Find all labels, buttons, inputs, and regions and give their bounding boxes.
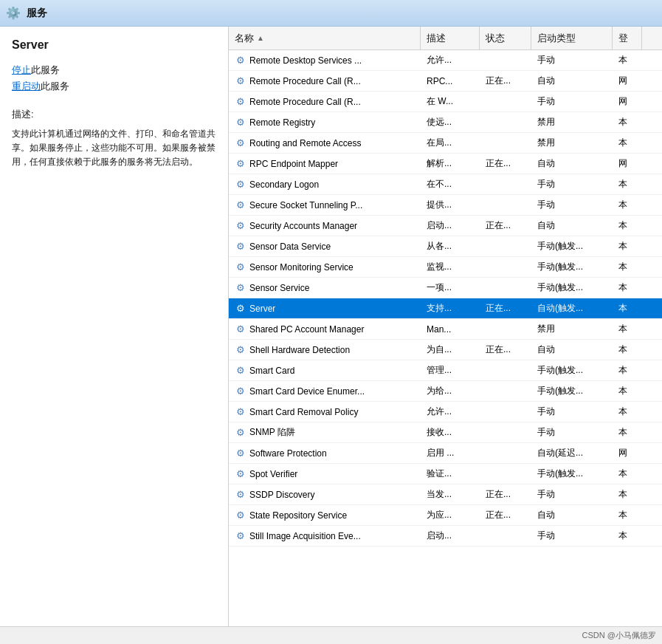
service-name-text: Remote Procedure Call (R... xyxy=(249,97,361,107)
gear-icon: ⚙ xyxy=(235,179,246,191)
service-status-cell: 正在... xyxy=(480,484,531,504)
stop-action-line: 停止此服务 xyxy=(12,64,216,77)
service-name-text: Sensor Service xyxy=(249,283,309,293)
service-login-cell: 本 xyxy=(613,526,642,546)
table-row[interactable]: ⚙Secondary Logon在不...手动本 xyxy=(229,174,662,195)
restart-service-link[interactable]: 重启动 xyxy=(12,80,41,92)
table-row[interactable]: ⚙Remote Desktop Services ...允许...手动本 xyxy=(229,50,662,71)
service-startup-cell: 手动(触发... xyxy=(531,278,613,298)
service-startup-cell: 手动 xyxy=(531,92,613,112)
service-name-cell: ⚙Sensor Monitoring Service xyxy=(229,257,421,277)
gear-icon: ⚙ xyxy=(235,137,246,149)
gear-icon: ⚙ xyxy=(235,427,246,439)
table-row[interactable]: ⚙State Repository Service为应...正在...自动本 xyxy=(229,505,662,526)
service-desc-cell: 使远... xyxy=(421,112,480,132)
stop-suffix: 此服务 xyxy=(31,64,60,75)
service-login-cell: 本 xyxy=(613,422,642,442)
service-name-text: Smart Card xyxy=(249,366,294,376)
service-name-cell: ⚙Secure Socket Tunneling P... xyxy=(229,195,421,215)
table-row[interactable]: ⚙Smart Card Device Enumer...为给...手动(触发..… xyxy=(229,381,662,402)
service-name-text: Server xyxy=(249,304,275,314)
table-row[interactable]: ⚙SNMP 陷阱接收...手动本 xyxy=(229,422,662,443)
service-name-cell: ⚙SNMP 陷阱 xyxy=(229,422,421,442)
title-bar: ⚙️ 服务 xyxy=(0,0,662,27)
table-row[interactable]: ⚙Shared PC Account ManagerMan...禁用本 xyxy=(229,319,662,340)
service-login-cell: 网 xyxy=(613,154,642,174)
service-desc-cell: 接收... xyxy=(421,422,480,442)
table-row[interactable]: ⚙Still Image Acquisition Eve...启动...手动本 xyxy=(229,526,662,547)
service-startup-cell: 手动 xyxy=(531,50,613,70)
table-row[interactable]: ⚙Remote Procedure Call (R...在 W...手动网 xyxy=(229,92,662,112)
sort-arrow-icon: ▲ xyxy=(257,34,264,42)
service-name-cell: ⚙RPC Endpoint Mapper xyxy=(229,154,421,174)
service-login-cell: 本 xyxy=(613,195,642,215)
service-desc-cell: 在 W... xyxy=(421,92,480,112)
table-row[interactable]: ⚙Remote Procedure Call (R...RPC...正在...自… xyxy=(229,71,662,92)
service-desc-cell: RPC... xyxy=(421,71,480,91)
table-row[interactable]: ⚙Remote Registry使远...禁用本 xyxy=(229,112,662,133)
service-startup-cell: 自动 xyxy=(531,154,613,174)
service-status-cell xyxy=(480,257,531,277)
service-login-cell: 本 xyxy=(613,340,642,360)
service-name-cell: ⚙Sensor Service xyxy=(229,278,421,298)
table-row[interactable]: ⚙Security Accounts Manager启动...正在...自动本 xyxy=(229,216,662,236)
gear-icon: ⚙ xyxy=(235,468,246,480)
table-row[interactable]: ⚙RPC Endpoint Mapper解析...正在...自动网 xyxy=(229,154,662,174)
table-row[interactable]: ⚙Smart Card管理...手动(触发...本 xyxy=(229,360,662,381)
gear-icon: ⚙ xyxy=(235,261,246,273)
table-row[interactable]: ⚙Spot Verifier验证...手动(触发...本 xyxy=(229,464,662,484)
table-row[interactable]: ⚙Server支持...正在...自动(触发...本 xyxy=(229,298,662,319)
app-icon: ⚙️ xyxy=(6,6,21,21)
service-desc-cell: 启用 ... xyxy=(421,443,480,463)
service-startup-cell: 自动 xyxy=(531,71,613,91)
service-name-cell: ⚙State Repository Service xyxy=(229,505,421,525)
service-startup-cell: 禁用 xyxy=(531,133,613,153)
service-name-text: Still Image Acquisition Eve... xyxy=(249,531,361,541)
credit-text: CSDN @小马佩德罗 xyxy=(582,630,656,641)
description-text: 支持此计算机通过网络的文件、打印、和命名管道共享。如果服务停止，这些功能不可用。… xyxy=(12,127,216,170)
table-row[interactable]: ⚙Routing and Remote Access在局...禁用本 xyxy=(229,133,662,154)
service-name-cell: ⚙Remote Registry xyxy=(229,112,421,132)
gear-icon: ⚙ xyxy=(235,406,246,418)
service-status-cell xyxy=(480,236,531,256)
service-status-cell xyxy=(480,422,531,442)
gear-icon: ⚙ xyxy=(235,344,246,356)
table-row[interactable]: ⚙Software Protection启用 ...自动(延迟...网 xyxy=(229,443,662,464)
service-name-text: Remote Procedure Call (R... xyxy=(249,76,361,86)
table-row[interactable]: ⚙Smart Card Removal Policy允许...手动本 xyxy=(229,402,662,422)
stop-service-link[interactable]: 停止 xyxy=(12,64,31,75)
table-row[interactable]: ⚙Shell Hardware Detection为自...正在...自动本 xyxy=(229,340,662,360)
service-desc-cell: 为自... xyxy=(421,340,480,360)
service-status-cell xyxy=(480,174,531,194)
service-status-cell xyxy=(480,443,531,463)
service-name-cell: ⚙Remote Procedure Call (R... xyxy=(229,92,421,112)
gear-icon: ⚙ xyxy=(235,303,246,315)
service-login-cell: 网 xyxy=(613,71,642,91)
service-desc-cell: 为应... xyxy=(421,505,480,525)
service-desc-cell: 一项... xyxy=(421,278,480,298)
gear-icon: ⚙ xyxy=(235,386,246,397)
service-login-cell: 本 xyxy=(613,298,642,318)
service-name-cell: ⚙Smart Card Removal Policy xyxy=(229,402,421,422)
table-row[interactable]: ⚙Sensor Data Service从各...手动(触发...本 xyxy=(229,236,662,257)
table-row[interactable]: ⚙SSDP Discovery当发...正在...手动本 xyxy=(229,484,662,505)
service-desc-cell: 启动... xyxy=(421,526,480,546)
selected-service-name: Server xyxy=(12,38,216,52)
service-status-cell: 正在... xyxy=(480,71,531,91)
service-name-text: Sensor Data Service xyxy=(249,242,331,252)
service-desc-cell: 从各... xyxy=(421,236,480,256)
gear-icon: ⚙ xyxy=(235,510,246,521)
table-row[interactable]: ⚙Sensor Monitoring Service监视...手动(触发...本 xyxy=(229,257,662,278)
service-name-text: RPC Endpoint Mapper xyxy=(249,159,338,169)
services-table-body[interactable]: ⚙Remote Desktop Services ...允许...手动本⚙Rem… xyxy=(229,50,662,626)
service-startup-cell: 自动 xyxy=(531,505,613,525)
gear-icon: ⚙ xyxy=(235,96,246,108)
gear-icon: ⚙ xyxy=(235,323,246,335)
service-login-cell: 本 xyxy=(613,133,642,153)
gear-icon: ⚙ xyxy=(235,489,246,501)
table-row[interactable]: ⚙Sensor Service一项...手动(触发...本 xyxy=(229,278,662,298)
service-login-cell: 本 xyxy=(613,257,642,277)
table-row[interactable]: ⚙Secure Socket Tunneling P...提供...手动本 xyxy=(229,195,662,216)
service-status-cell xyxy=(480,278,531,298)
service-desc-cell: 支持... xyxy=(421,298,480,318)
